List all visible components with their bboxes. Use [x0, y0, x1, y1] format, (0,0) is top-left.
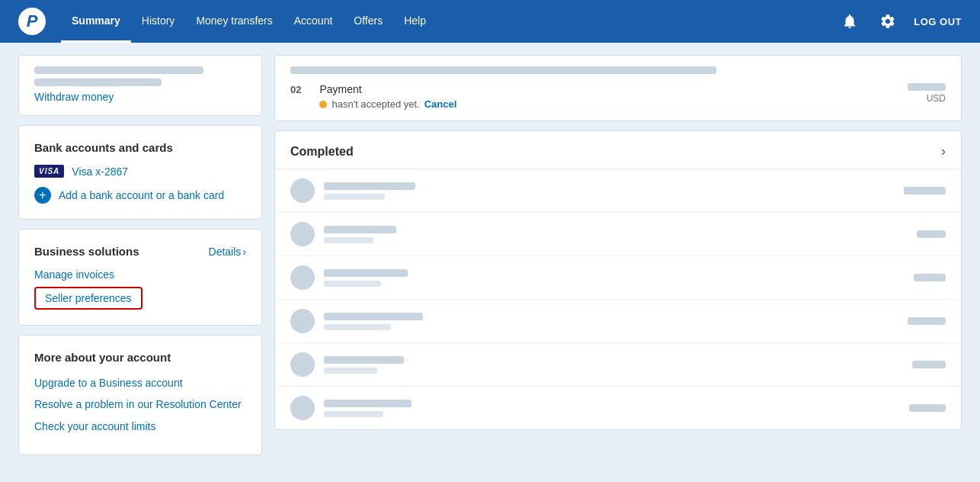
- right-panel: 02 Payment hasn't accepted yet. Cancel U…: [274, 55, 962, 455]
- avatar: [290, 309, 315, 333]
- avatar: [290, 178, 315, 203]
- tx-amount-blur: [917, 230, 946, 238]
- bell-icon: [841, 13, 858, 30]
- seller-preferences-button[interactable]: Seller preferences: [34, 287, 143, 310]
- paypal-logo: P: [18, 8, 46, 35]
- pending-row: 02 Payment hasn't accepted yet. Cancel U…: [290, 83, 946, 110]
- avatar: [290, 222, 315, 246]
- resolution-center-link[interactable]: Resolve a problem in our Resolution Cent…: [34, 396, 246, 413]
- navbar-right: LOG OUT: [837, 9, 962, 34]
- plus-icon: +: [34, 187, 51, 204]
- blurred-amount: [908, 83, 946, 91]
- manage-invoices-link[interactable]: Manage invoices: [34, 268, 246, 281]
- tx-name-blur: [324, 226, 396, 233]
- upgrade-business-link[interactable]: Upgrade to a Business account: [34, 374, 246, 391]
- tx-info: [324, 356, 903, 374]
- nav-offers[interactable]: Offers: [343, 0, 393, 43]
- visa-badge: VISA: [34, 165, 64, 178]
- tx-sub-blur: [324, 281, 381, 287]
- visa-account-link[interactable]: Visa x-2867: [72, 165, 128, 178]
- visa-row: VISA Visa x-2867: [34, 165, 246, 178]
- completed-title: Completed: [290, 145, 354, 159]
- table-row: [275, 387, 961, 429]
- table-row: [275, 213, 961, 256]
- add-bank-row: + Add a bank account or a bank card: [34, 187, 246, 204]
- table-row: [275, 300, 961, 343]
- tx-name-blur: [324, 182, 415, 190]
- nav-history[interactable]: History: [131, 0, 186, 43]
- tx-sub-blur: [324, 368, 377, 374]
- settings-button[interactable]: [876, 9, 900, 34]
- biz-header: Business solutions Details ›: [34, 245, 246, 258]
- blurred-balance-sub: [34, 79, 162, 86]
- pending-status-text: hasn't accepted yet.: [331, 98, 419, 110]
- tx-sub-blur: [324, 324, 391, 330]
- tx-name-blur: [324, 269, 408, 277]
- tx-sub-blur: [324, 411, 383, 417]
- notifications-button[interactable]: [837, 9, 862, 34]
- tx-info: [324, 182, 895, 200]
- table-row: [275, 169, 961, 213]
- details-chevron-icon: ›: [242, 246, 246, 258]
- nav-summary[interactable]: Summary: [61, 0, 131, 43]
- completed-card: Completed ›: [274, 130, 962, 430]
- bank-accounts-card: Bank accounts and cards VISA Visa x-2867…: [18, 125, 262, 220]
- currency-label: USD: [908, 93, 946, 104]
- navbar: P Summary History Money transfers Accoun…: [0, 0, 980, 43]
- blurred-balance: [34, 66, 203, 74]
- completed-header: Completed ›: [275, 131, 961, 169]
- tx-amount-blur: [908, 317, 946, 325]
- table-row: [275, 256, 961, 300]
- avatar: [290, 265, 315, 290]
- completed-chevron-icon[interactable]: ›: [941, 143, 946, 159]
- blurred-pending-top: [290, 66, 716, 74]
- biz-section-title: Business solutions: [34, 245, 139, 258]
- tx-amount-blur: [912, 361, 946, 368]
- withdraw-money-link[interactable]: Withdraw money: [34, 91, 114, 103]
- nav-links: Summary History Money transfers Account …: [61, 0, 837, 43]
- gear-icon: [879, 13, 896, 30]
- tx-name-blur: [324, 313, 423, 320]
- cancel-link[interactable]: Cancel: [424, 98, 457, 110]
- left-sidebar: Withdraw money Bank accounts and cards V…: [18, 55, 262, 455]
- pending-card: 02 Payment hasn't accepted yet. Cancel U…: [274, 55, 962, 121]
- business-solutions-card: Business solutions Details › Manage invo…: [18, 229, 262, 326]
- table-row: [275, 343, 961, 387]
- add-bank-link[interactable]: Add a bank account or a bank card: [59, 189, 224, 201]
- tx-info: [324, 313, 898, 330]
- pending-dot-icon: [319, 101, 327, 108]
- withdraw-card: Withdraw money: [18, 55, 262, 116]
- more-account-card: More about your account Upgrade to a Bus…: [18, 335, 262, 455]
- tx-name-blur: [324, 400, 412, 407]
- tx-info: [324, 226, 908, 243]
- bank-section-title: Bank accounts and cards: [34, 141, 246, 154]
- more-title: More about your account: [34, 351, 246, 364]
- tx-amount-blur: [909, 404, 946, 412]
- payment-type: Payment: [319, 83, 456, 95]
- details-label: Details: [209, 246, 242, 258]
- step-number: 02: [290, 84, 301, 95]
- details-link[interactable]: Details ›: [209, 246, 246, 258]
- tx-amount-blur: [904, 187, 946, 194]
- nav-help[interactable]: Help: [393, 0, 437, 43]
- avatar: [290, 352, 315, 377]
- main-content: Withdraw money Bank accounts and cards V…: [0, 43, 980, 468]
- nav-account[interactable]: Account: [283, 0, 344, 43]
- logo-letter: P: [27, 11, 38, 31]
- nav-money-transfers[interactable]: Money transfers: [185, 0, 283, 43]
- account-limits-link[interactable]: Check your account limits: [34, 418, 246, 435]
- pending-left: 02 Payment hasn't accepted yet. Cancel: [290, 83, 456, 110]
- pending-amount-right: USD: [908, 83, 946, 104]
- payment-info: Payment hasn't accepted yet. Cancel: [319, 83, 456, 110]
- pending-status-row: hasn't accepted yet. Cancel: [319, 98, 456, 110]
- tx-name-blur: [324, 356, 404, 364]
- tx-sub-blur: [324, 237, 373, 243]
- tx-amount-blur: [914, 274, 946, 281]
- avatar: [290, 396, 315, 420]
- logout-button[interactable]: LOG OUT: [914, 16, 962, 27]
- tx-info: [324, 269, 905, 287]
- tx-sub-blur: [324, 194, 385, 200]
- tx-info: [324, 400, 900, 417]
